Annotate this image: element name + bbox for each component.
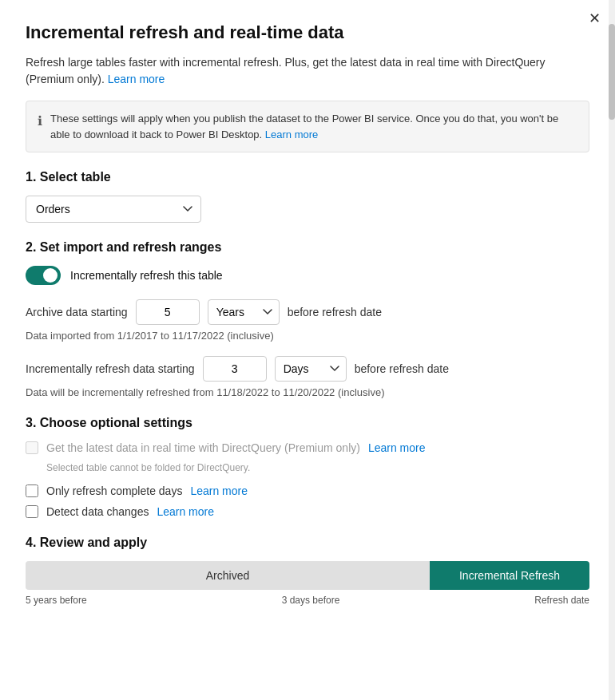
section2: 2. Set import and refresh ranges Increme…	[26, 240, 589, 398]
dialog-container: ✕ Incremental refresh and real-time data…	[0, 0, 615, 700]
option2-checkbox[interactable]	[26, 484, 38, 497]
option1-label: Get the latest data in real time with Di…	[46, 441, 360, 454]
option2-learn-more[interactable]: Learn more	[190, 484, 248, 497]
option3-checkbox[interactable]	[26, 505, 38, 518]
info-box-text: These settings will apply when you publi…	[50, 111, 577, 142]
timeline-bar: Archived Incremental Refresh	[26, 561, 589, 590]
info-box-learn-more-link[interactable]: Learn more	[265, 129, 318, 140]
toggle-label: Incrementally refresh this table	[70, 269, 223, 282]
archive-data-row: Archive data starting Years Months Days …	[26, 299, 589, 325]
increment-toggle[interactable]	[26, 266, 61, 285]
timeline-label-mid: 3 days before	[282, 595, 340, 606]
incremental-data-row: Incrementally refresh data starting Days…	[26, 356, 589, 382]
archive-suffix: before refresh date	[288, 306, 382, 318]
section1: 1. Select table Orders	[26, 170, 589, 223]
option3-row: Detect data changes Learn more	[26, 505, 589, 518]
table-select[interactable]: Orders	[26, 196, 201, 223]
toggle-row: Incrementally refresh this table	[26, 266, 589, 285]
archive-sub-text: Data imported from 1/1/2017 to 11/17/202…	[26, 330, 589, 342]
close-button[interactable]: ✕	[589, 11, 601, 26]
section3-title: 3. Choose optional settings	[26, 416, 589, 430]
option1-row: Get the latest data in real time with Di…	[26, 441, 589, 454]
incremental-label: Incrementally refresh data starting	[26, 362, 195, 375]
info-box: ℹ These settings will apply when you pub…	[26, 101, 589, 152]
timeline-label-right: Refresh date	[534, 595, 589, 606]
intro-text: Refresh large tables faster with increme…	[26, 54, 589, 88]
scrollbar[interactable]	[609, 0, 615, 700]
incremental-suffix: before refresh date	[355, 362, 449, 375]
option3-label: Detect data changes	[46, 505, 149, 518]
incremental-sub-text: Data will be incrementally refreshed fro…	[26, 386, 589, 398]
bar-archived: Archived	[26, 561, 430, 590]
archive-unit-select[interactable]: Years Months Days	[208, 299, 280, 325]
section2-title: 2. Set import and refresh ranges	[26, 240, 589, 255]
intro-learn-more-link[interactable]: Learn more	[108, 73, 165, 85]
option2-row: Only refresh complete days Learn more	[26, 484, 589, 497]
dialog-title: Incremental refresh and real-time data	[26, 22, 589, 43]
option1-checkbox[interactable]	[26, 441, 38, 454]
archive-label: Archive data starting	[26, 306, 128, 318]
scrollbar-thumb[interactable]	[609, 24, 615, 120]
option3-learn-more[interactable]: Learn more	[157, 505, 214, 518]
section3: 3. Choose optional settings Get the late…	[26, 416, 589, 518]
option2-label: Only refresh complete days	[46, 484, 182, 497]
bar-incremental: Incremental Refresh	[430, 561, 589, 590]
option1-note: Selected table cannot be folded for Dire…	[46, 462, 589, 473]
timeline-labels: 5 years before 3 days before Refresh dat…	[26, 590, 589, 619]
section4: 4. Review and apply Archived Incremental…	[26, 536, 589, 619]
toggle-slider	[26, 266, 61, 285]
timeline-label-left: 5 years before	[26, 595, 87, 606]
archive-value-input[interactable]	[136, 299, 200, 325]
incremental-value-input[interactable]	[203, 356, 267, 382]
option1-learn-more[interactable]: Learn more	[368, 441, 426, 454]
incremental-unit-select[interactable]: Days Months Years	[275, 356, 347, 382]
section1-title: 1. Select table	[26, 170, 589, 184]
section4-title: 4. Review and apply	[26, 536, 589, 550]
info-icon: ℹ	[38, 112, 42, 142]
